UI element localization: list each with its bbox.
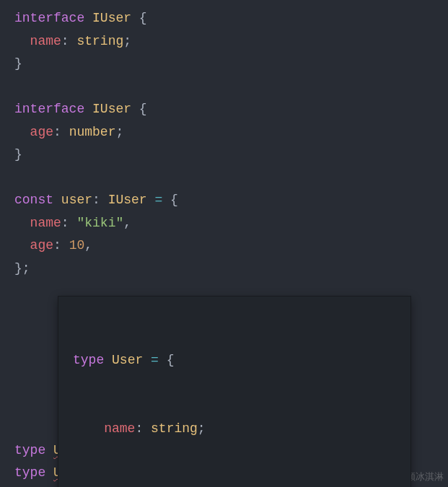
colon: :: [135, 421, 151, 436]
brace: {: [131, 102, 147, 116]
keyword-type: type: [14, 443, 45, 457]
var-user: user: [61, 193, 92, 207]
colon: :: [61, 216, 77, 230]
tooltip-code-block: type User = { name: string; }: [58, 297, 410, 487]
blank-line: [14, 76, 434, 99]
keyword-type: type: [14, 465, 45, 480]
hover-tooltip: type User = { name: string; } Duplicate …: [58, 296, 411, 487]
keyword-interface: interface: [14, 102, 84, 116]
indent: [73, 421, 104, 436]
keyword-const: const: [14, 193, 53, 207]
code-line: name: "kiki",: [14, 212, 434, 235]
brace: {: [167, 353, 175, 367]
code-line: age: number;: [14, 121, 434, 144]
code-line: interface IUser {: [14, 98, 434, 121]
brace: };: [14, 261, 30, 276]
colon: :: [61, 34, 77, 48]
number-literal: 10: [69, 238, 85, 253]
colon: :: [53, 125, 69, 139]
brace: }: [14, 56, 22, 71]
indent: [14, 216, 30, 230]
semicolon: ;: [115, 125, 123, 139]
blank-line: [14, 167, 434, 190]
string-literal: "kiki": [76, 216, 123, 230]
type-string: string: [76, 34, 123, 48]
prop-age: age: [30, 238, 53, 253]
code-line: }: [14, 144, 434, 167]
semicolon: ;: [198, 421, 206, 436]
prop-name: name: [104, 421, 135, 436]
prop-age: age: [30, 125, 53, 139]
type-user: User: [112, 353, 143, 367]
code-line: interface IUser {: [14, 7, 434, 30]
type-string: string: [151, 421, 198, 436]
comma: ,: [123, 216, 131, 230]
type-number: number: [69, 125, 116, 139]
indent: [14, 238, 30, 253]
code-line: };: [14, 258, 434, 281]
brace: }: [14, 147, 22, 162]
keyword-type: type: [73, 353, 104, 367]
comma: ,: [84, 238, 92, 253]
type-iuser: IUser: [108, 193, 147, 207]
prop-name: name: [30, 34, 61, 48]
code-line: name: string;: [14, 30, 434, 53]
colon: :: [53, 238, 69, 253]
indent: [14, 125, 30, 139]
code-line: age: 10,: [14, 234, 434, 258]
brace: {: [170, 193, 178, 207]
equals: =: [143, 353, 166, 367]
type-iuser: IUser: [92, 11, 131, 25]
colon: :: [92, 193, 108, 207]
code-line: const user: IUser = {: [14, 189, 434, 212]
equals: =: [147, 193, 170, 207]
prop-name: name: [30, 216, 61, 230]
brace: {: [131, 11, 147, 25]
semicolon: ;: [123, 34, 131, 48]
type-iuser: IUser: [92, 102, 131, 116]
keyword-interface: interface: [14, 11, 84, 25]
indent: [14, 34, 30, 48]
code-line: }: [14, 53, 434, 76]
